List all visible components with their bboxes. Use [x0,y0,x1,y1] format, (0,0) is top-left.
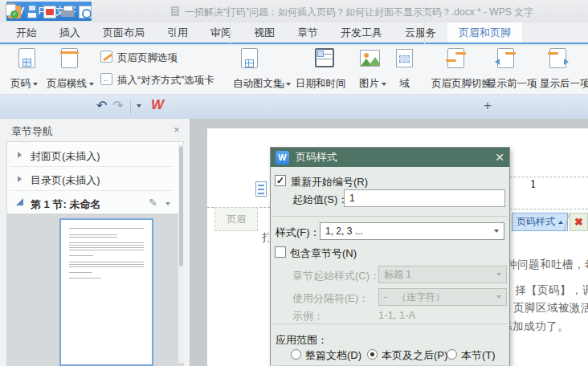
include-chapter-label: 包含章节号(N) [290,246,357,261]
tab-cloud[interactable]: 云服务 [394,22,447,43]
insert-align-tab-icon: ← [100,73,112,85]
header-footer-options-button[interactable]: 页眉页脚选项 [117,51,178,65]
header-footer-options-icon [100,51,112,63]
section-navigation-title: 章节导航 [11,124,53,139]
style-dropdown[interactable]: 1, 2, 3 ... [320,222,504,240]
toolbar-separator [130,100,131,114]
inserted-page-number[interactable]: 1 [524,178,543,190]
toolbar-options-icon[interactable] [137,104,141,108]
header-line-icon [61,48,78,68]
dialog-title-bar[interactable]: W 页码样式 ✕ [271,148,509,167]
print-icon[interactable] [61,9,74,17]
example-value: 1-1, 1-A [378,309,415,321]
tab-insert[interactable]: 插入 [48,22,92,43]
tab-references[interactable]: 引用 [156,22,199,43]
show-next-icon [549,48,566,68]
header-tag: 页眉 [214,207,258,231]
tab-review[interactable]: 审阅 [199,22,243,43]
page-number-style-dialog: W 页码样式 ✕ ✓ 重新开始编号(R) 起始值(S)： 1 样式(F)： 1,… [270,147,510,366]
start-value-label: 起始值(S)： [292,193,348,207]
wps-dialog-icon: W [276,151,289,165]
sidebar-item-section-1[interactable]: 第 1 节: 未命名 [31,197,100,212]
chapter-style-label: 章节起始样式(C)： [292,269,380,283]
list-divider [10,166,174,167]
date-time-icon [315,48,334,67]
scope-this-page-onward-label: 本页及之后(P) [382,348,447,363]
show-previous-button[interactable]: 显示前一项 [487,77,537,91]
section-menu-icon[interactable] [165,202,170,205]
delete-page-number-button[interactable]: ✖ [570,213,588,231]
toggle-header-footer-icon [447,48,464,68]
undo-icon[interactable]: ↶ [96,97,107,115]
field-button[interactable]: 域 [399,77,410,91]
tab-view[interactable]: 视图 [243,22,286,43]
delete-icon: ✖ [574,216,583,228]
tab-page-layout[interactable]: 页面布局 [92,22,156,43]
tab-header-footer[interactable]: 页眉和页脚 [447,22,522,43]
chevron-down-icon [496,295,501,299]
tab-developer[interactable]: 开发工具 [329,22,394,43]
tab-section[interactable]: 章节 [286,22,329,43]
docx-file-icon [6,4,16,16]
include-chapter-checkbox[interactable] [275,246,286,258]
chevron-down-icon [494,230,499,233]
close-dialog-icon[interactable]: ✕ [495,151,504,164]
print-preview-icon[interactable] [79,6,92,18]
page-thumbnail[interactable] [59,218,153,366]
ribbon-tab-bar: 开始 插入 页面布局 引用 审阅 视图 章节 开发工具 云服务 页眉和页脚 [0,22,588,44]
autotext-icon [241,48,258,68]
chevron-down-icon [286,83,291,86]
new-tab-button[interactable]: + [484,98,492,114]
collapse-arrow-icon[interactable] [16,198,23,205]
document-text-fragment: 添加成功了。 [501,319,569,334]
autotext-button[interactable]: 自动图文集 [233,77,291,91]
page-number-style-floating-button[interactable]: 页码样式 [512,213,568,231]
wps-home-icon[interactable]: W [151,96,164,114]
chapter-style-dropdown: 标题 1 [378,266,507,283]
picture-icon [360,50,380,67]
header-line-button[interactable]: 页眉横线 [47,77,94,91]
sidebar-item-toc-page[interactable]: 目录页(未插入) [31,173,100,188]
start-value-input[interactable]: 1 [344,189,505,207]
tab-home[interactable]: 开始 [5,22,48,43]
separator-dropdown: - （连字符） [378,288,507,306]
picture-button[interactable]: 图片 [359,77,386,91]
insert-align-tab-button[interactable]: 插入“对齐方式”选项卡 [117,74,214,87]
show-next-button[interactable]: 显示后一项 [540,77,588,91]
list-divider [10,190,174,191]
chevron-down-icon [33,83,38,86]
chevron-down-icon [496,273,501,276]
scope-this-section-radio[interactable] [447,349,457,360]
dialog-divider [273,323,508,324]
sidebar-scrollbar[interactable] [178,144,184,363]
scope-whole-document-radio[interactable] [291,349,301,360]
document-icon [171,6,179,16]
page-number-icon [18,48,35,68]
date-time-button[interactable]: 日期和时间 [296,77,346,91]
chevron-up-icon [558,221,563,224]
document-text-fragment: 择【页码】，调出 [515,283,588,298]
field-icon [396,49,413,67]
scope-whole-document-label: 整篇文档(D) [305,348,361,363]
quick-access-toolbar [0,95,588,119]
close-panel-icon[interactable]: × [174,124,180,136]
group-separator [424,5,425,45]
expand-arrow-icon[interactable] [18,152,22,158]
page-number-button[interactable]: 页码 [10,77,38,91]
expand-arrow-icon[interactable] [18,176,22,182]
sidebar-item-cover-page[interactable]: 封面页(未插入) [31,149,100,164]
scope-label: 应用范围： [276,333,328,348]
scope-this-page-onward-radio[interactable] [367,349,378,360]
toggle-header-footer-button[interactable]: 页眉页脚切换 [431,77,492,91]
chevron-down-icon [382,83,386,86]
style-label: 样式(F)： [276,226,321,240]
redo-icon[interactable]: ↷ [112,97,123,115]
restart-numbering-checkbox[interactable]: ✓ [275,175,286,186]
header-insert-icon[interactable] [255,181,267,197]
save-icon[interactable] [26,6,39,18]
dialog-divider [273,216,508,217]
export-pdf-icon[interactable] [43,6,56,18]
document-text-fragment: 种问题和吐槽，希 [506,258,588,272]
rename-pencil-icon[interactable]: ✎ [149,197,157,209]
show-previous-icon [497,48,514,68]
